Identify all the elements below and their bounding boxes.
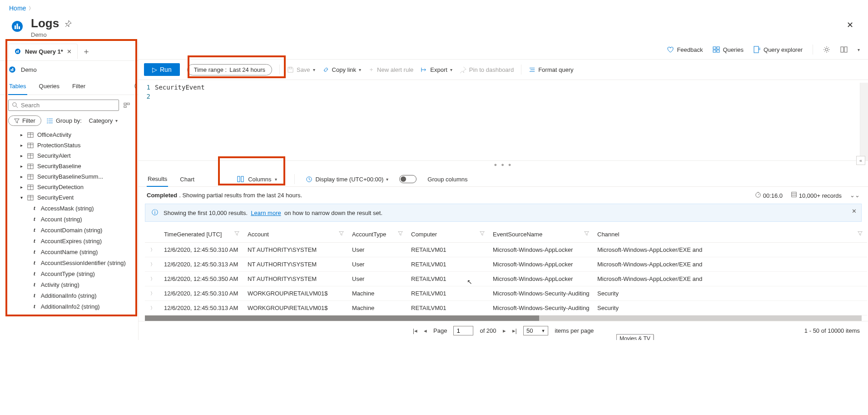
table-row[interactable]: 〉12/6/2020, 12:45:50.313 AMWORKGROUP\RET…	[145, 301, 867, 315]
queries-button[interactable]: Queries	[713, 46, 744, 53]
page-input[interactable]	[453, 326, 473, 335]
field-node[interactable]: tAccountSessionIdentifier (string)	[8, 257, 135, 268]
type-icon: t	[34, 215, 35, 223]
table-row[interactable]: 〉12/6/2020, 12:45:50.310 AMWORKGROUP\RET…	[145, 286, 867, 301]
column-filter-icon[interactable]	[584, 231, 589, 236]
query-explorer-button[interactable]: Query explorer	[754, 46, 803, 53]
tab-queries[interactable]: Queries	[38, 78, 61, 95]
time-range-selector[interactable]: Time range : Last 24 hours	[187, 64, 272, 75]
add-tab-button[interactable]: ＋	[78, 43, 95, 60]
field-node[interactable]: tAccount (string)	[8, 214, 135, 225]
expand-all-icon[interactable]: ⌄⌄	[850, 192, 860, 199]
pin-icon[interactable]	[64, 20, 72, 27]
tab-filter[interactable]: Filter	[71, 78, 86, 95]
schema-options-icon[interactable]	[124, 102, 130, 109]
collapse-editor-icon[interactable]: «	[856, 156, 865, 165]
column-filter-icon[interactable]	[480, 231, 485, 236]
settings-gear-icon[interactable]	[823, 46, 830, 53]
table-node[interactable]: ▾SecurityEvent	[8, 192, 135, 203]
items-per-page-select[interactable]: 50▼	[523, 326, 548, 335]
column-filter-icon[interactable]	[398, 231, 403, 236]
row-expand-icon[interactable]: 〉	[145, 272, 160, 286]
horizontal-scrollbar[interactable]	[145, 315, 862, 321]
column-filter-icon[interactable]	[339, 231, 344, 236]
close-icon[interactable]: ✕	[841, 16, 859, 34]
field-node[interactable]: tAccountDomain (string)	[8, 225, 135, 235]
table-node[interactable]: ▸SecurityBaselineSumm...	[8, 171, 135, 182]
field-node[interactable]: tAccessMask (string)	[8, 203, 135, 214]
editor-code[interactable]: SecurityEvent	[155, 83, 860, 160]
close-tab-icon[interactable]: ✕	[67, 48, 72, 55]
column-header[interactable]: EventSourceName	[489, 226, 594, 243]
tab-results[interactable]: Results	[147, 172, 168, 187]
learn-more-link[interactable]: Learn more	[251, 210, 281, 216]
search-input[interactable]	[21, 102, 115, 109]
svg-rect-50	[841, 47, 843, 52]
group-by-dropdown[interactable]: Group by: Category ▾	[47, 117, 118, 124]
editor-minimap[interactable]	[860, 83, 868, 160]
column-filter-icon[interactable]	[234, 231, 239, 236]
table-node[interactable]: ▸ProtectionStatus	[8, 140, 135, 150]
table-node[interactable]: ▸SecurityBaseline	[8, 161, 135, 171]
column-header[interactable]: Computer	[407, 226, 489, 243]
copy-link-button[interactable]: Copy link▾	[322, 66, 361, 73]
first-page-button[interactable]: |◂	[413, 327, 417, 334]
query-tab[interactable]: New Query 1* ✕	[8, 44, 78, 59]
type-icon: t	[34, 237, 35, 245]
field-node[interactable]: tActivity (string)	[8, 279, 135, 290]
items-per-page-label: items per page	[555, 327, 594, 334]
table-row[interactable]: 〉12/6/2020, 12:45:50.313 AMNT AUTHORITY\…	[145, 257, 867, 272]
row-expand-icon[interactable]: 〉	[145, 301, 160, 315]
table-node[interactable]: ▸SecurityAlert	[8, 150, 135, 161]
row-expand-icon[interactable]: 〉	[145, 286, 160, 301]
table-icon	[27, 174, 34, 180]
new-alert-button[interactable]: ＋ New alert rule	[368, 65, 413, 74]
field-node[interactable]: tAccountType (string)	[8, 268, 135, 279]
tab-tables[interactable]: Tables	[8, 78, 27, 95]
run-button[interactable]: ▷ Run	[144, 63, 180, 76]
display-time-dropdown[interactable]: Display time (UTC+00:00) ▾	[306, 176, 388, 183]
field-node[interactable]: tAdditionalInfo2 (string)	[8, 301, 135, 312]
query-toolbar: ▷ Run Time range : Last 24 hours Save▾ C…	[139, 59, 868, 80]
info-close-icon[interactable]: ✕	[852, 208, 857, 215]
last-page-button[interactable]: ▸|	[512, 327, 517, 334]
column-header[interactable]: Channel	[594, 226, 867, 243]
pin-dashboard-button[interactable]: Pin to dashboard	[460, 66, 514, 73]
field-node[interactable]: tAccountExpires (string)	[8, 235, 135, 246]
next-page-button[interactable]: ▸	[503, 327, 506, 334]
table-cell: Machine	[348, 301, 407, 315]
field-name: AccessMask (string)	[41, 205, 94, 212]
svg-rect-9	[12, 68, 13, 71]
resize-handle[interactable]: ● ● ●	[139, 161, 868, 168]
tab-chart[interactable]: Chart	[179, 172, 195, 186]
export-button[interactable]: Export▾	[421, 66, 452, 73]
row-expand-icon[interactable]: 〉	[145, 257, 160, 272]
field-node[interactable]: tAdditionalInfo (string)	[8, 290, 135, 301]
column-header[interactable]: AccountType	[348, 226, 407, 243]
table-row[interactable]: 〉12/6/2020, 12:45:50.350 AMNT AUTHORITY\…	[145, 272, 867, 286]
info-bar: ⓘ Showing the first 10,000 results. Lear…	[145, 204, 862, 222]
group-columns-toggle[interactable]	[399, 175, 417, 183]
table-node[interactable]: ▸OfficeActivity	[8, 130, 135, 140]
column-header[interactable]: Account	[244, 226, 348, 243]
row-expand-icon[interactable]: 〉	[145, 243, 160, 257]
collapse-panel-icon[interactable]: ⟨	[134, 83, 136, 89]
table-name: OfficeActivity	[37, 131, 71, 138]
save-button[interactable]: Save▾	[287, 66, 315, 73]
search-input-wrap[interactable]	[8, 100, 119, 111]
column-header[interactable]: TimeGenerated [UTC]	[160, 226, 244, 243]
column-filter-icon[interactable]	[858, 231, 863, 236]
query-editor[interactable]: 12 SecurityEvent «	[139, 80, 868, 161]
layout-icon[interactable]	[840, 46, 848, 53]
columns-dropdown[interactable]: Columns ▾	[231, 174, 283, 185]
chevron-down-icon[interactable]: ▾	[858, 47, 860, 52]
breadcrumb-home[interactable]: Home	[9, 5, 26, 12]
table-row[interactable]: 〉12/6/2020, 12:45:50.310 AMNT AUTHORITY\…	[145, 243, 867, 257]
field-node[interactable]: tAccountName (string)	[8, 246, 135, 257]
table-node[interactable]: ▸SecurityDetection	[8, 182, 135, 192]
format-query-button[interactable]: Format query	[529, 66, 573, 73]
filter-pill[interactable]: Filter	[8, 115, 41, 126]
scope-selector[interactable]: Demo	[0, 61, 138, 78]
feedback-button[interactable]: Feedback	[667, 46, 703, 53]
prev-page-button[interactable]: ◂	[424, 327, 427, 334]
